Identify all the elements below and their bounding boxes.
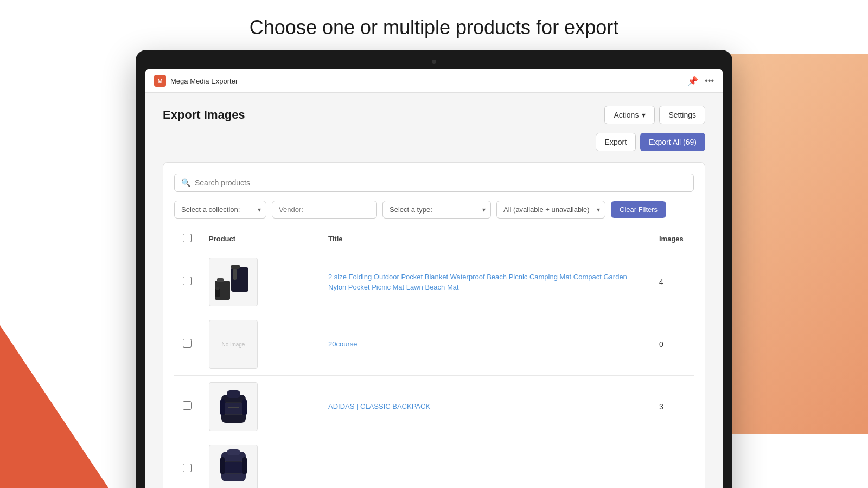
- product-title-cell: [320, 438, 650, 489]
- table-row: [174, 438, 694, 489]
- svg-rect-12: [242, 399, 247, 415]
- type-filter-wrapper: Select a type:: [382, 201, 491, 219]
- main-content: Export Images Actions ▾ Settings Export …: [145, 93, 723, 488]
- app-topbar-actions: 📌 •••: [687, 76, 714, 86]
- svg-rect-8: [227, 390, 240, 398]
- product-image-cell: [200, 251, 320, 313]
- device-screen: M Mega Media Exporter 📌 ••• Export Image…: [145, 69, 723, 488]
- row-checkbox-cell: [174, 376, 200, 438]
- svg-rect-11: [220, 399, 225, 415]
- product-title-link[interactable]: ADIDAS | CLASSIC BACKPACK: [328, 402, 430, 410]
- row-checkbox[interactable]: [183, 277, 192, 285]
- no-image-placeholder: No image: [209, 320, 258, 369]
- collection-filter-wrapper: Select a collection:: [174, 201, 266, 219]
- row-checkbox[interactable]: [183, 464, 192, 472]
- search-input[interactable]: [195, 178, 687, 187]
- svg-rect-9: [224, 403, 243, 415]
- availability-filter[interactable]: All (available + unavailable)Available o…: [496, 201, 605, 219]
- availability-filter-wrapper: All (available + unavailable)Available o…: [496, 201, 605, 219]
- app-name: Mega Media Exporter: [170, 77, 238, 85]
- images-count: [650, 438, 694, 489]
- svg-rect-2: [233, 269, 237, 280]
- filter-row: Select a collection: Select a type: All …: [174, 201, 694, 227]
- product-image-wrap: [209, 258, 258, 306]
- collection-filter[interactable]: Select a collection:: [174, 201, 266, 219]
- export-all-button[interactable]: Export All (69): [640, 133, 705, 151]
- th-images: Images: [650, 227, 694, 251]
- clear-filters-button[interactable]: Clear Filters: [611, 201, 666, 218]
- row-checkbox-cell: [174, 251, 200, 313]
- product-image-cell: [200, 438, 320, 489]
- pin-icon[interactable]: 📌: [687, 76, 698, 86]
- th-select-all: [174, 227, 200, 251]
- svg-rect-10: [228, 407, 239, 408]
- bg-triangle-decoration: [0, 325, 108, 488]
- type-filter[interactable]: Select a type:: [382, 201, 491, 219]
- images-count: 4: [650, 251, 694, 313]
- images-count: 3: [650, 376, 694, 438]
- select-all-checkbox[interactable]: [183, 234, 192, 242]
- table-header: Product Title Images: [174, 227, 694, 251]
- row-checkbox-cell: [174, 438, 200, 489]
- product-image-wrap: [209, 445, 258, 488]
- table-row: 2 size Folding Outdoor Pocket Blanket Wa…: [174, 251, 694, 313]
- product-title-link[interactable]: 20course: [328, 340, 357, 348]
- search-icon: 🔍: [181, 178, 190, 187]
- app-logo-icon: M: [154, 75, 166, 87]
- product-image-backpack2: [210, 446, 257, 489]
- device-frame: M Mega Media Exporter 📌 ••• Export Image…: [136, 50, 732, 488]
- table-row: ADIDAS | CLASSIC BACKPACK 3: [174, 376, 694, 438]
- product-image-blanket: [210, 259, 257, 305]
- settings-button[interactable]: Settings: [659, 106, 705, 124]
- product-title-cell: 20course: [320, 313, 650, 376]
- row-checkbox[interactable]: [183, 401, 192, 410]
- header-buttons: Actions ▾ Settings: [604, 106, 705, 124]
- search-input-wrap: 🔍: [174, 174, 694, 192]
- svg-rect-14: [227, 449, 240, 455]
- product-image-cell: [200, 376, 320, 438]
- product-image-backpack: [210, 384, 257, 430]
- search-row: 🔍: [174, 174, 694, 192]
- row-checkbox-cell: [174, 313, 200, 376]
- product-title-cell: 2 size Folding Outdoor Pocket Blanket Wa…: [320, 251, 650, 313]
- svg-rect-15: [224, 461, 243, 473]
- more-options-icon[interactable]: •••: [705, 76, 714, 86]
- svg-rect-6: [216, 287, 219, 290]
- product-image-wrap: [209, 382, 258, 431]
- images-count: 0: [650, 313, 694, 376]
- th-title: Title: [320, 227, 650, 251]
- export-button[interactable]: Export: [596, 133, 636, 151]
- actions-button[interactable]: Actions ▾: [604, 106, 655, 124]
- page-main-heading: Choose one or multiple products for expo…: [0, 0, 868, 50]
- page-header-row: Export Images Actions ▾ Settings: [163, 106, 705, 124]
- svg-rect-1: [231, 265, 240, 269]
- page-title: Export Images: [163, 108, 245, 122]
- svg-rect-16: [220, 457, 225, 474]
- table-row: No image 20course 0: [174, 313, 694, 376]
- product-title-link[interactable]: 2 size Folding Outdoor Pocket Blanket Wa…: [328, 273, 627, 292]
- th-product: Product: [200, 227, 320, 251]
- actions-chevron-icon: ▾: [642, 111, 646, 119]
- product-image-cell: No image: [200, 313, 320, 376]
- svg-rect-5: [215, 289, 220, 297]
- filter-area: 🔍 Select a collection: Select a type: Al…: [163, 162, 705, 488]
- app-logo-area: M Mega Media Exporter: [154, 75, 238, 87]
- svg-rect-4: [217, 278, 224, 282]
- product-title-cell: ADIDAS | CLASSIC BACKPACK: [320, 376, 650, 438]
- export-buttons-row: Export Export All (69): [163, 133, 705, 151]
- app-topbar: M Mega Media Exporter 📌 •••: [145, 69, 723, 93]
- svg-rect-17: [242, 457, 247, 474]
- products-table: Product Title Images: [174, 227, 694, 488]
- device-camera: [432, 60, 436, 64]
- vendor-filter[interactable]: [272, 201, 377, 219]
- row-checkbox[interactable]: [183, 339, 192, 348]
